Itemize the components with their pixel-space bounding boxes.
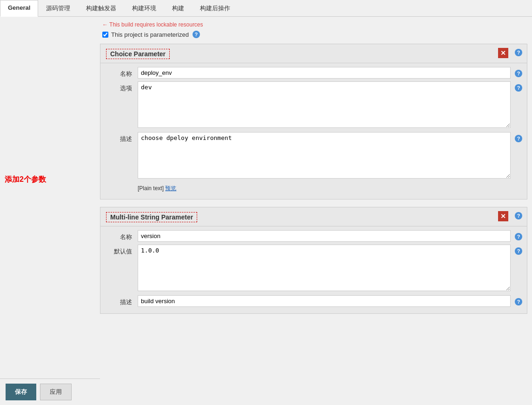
param1-options-textarea[interactable] <box>138 81 511 128</box>
param2-block: Multi-line String Parameter ✕ ? 名称 ? 默认值 <box>100 207 527 314</box>
param1-name-input[interactable] <box>138 67 511 79</box>
param2-default-input-wrap <box>138 245 511 292</box>
param1-preview-row: [Plain text] 预览 <box>100 183 527 195</box>
apply-button[interactable]: 应用 <box>40 384 72 400</box>
tab-source[interactable]: 源码管理 <box>38 0 78 17</box>
param2-name-row: 名称 ? <box>100 230 527 242</box>
param1-header: Choice Parameter ✕ ? <box>100 44 527 63</box>
param1-preview-link[interactable]: 预览 <box>165 185 176 192</box>
main-content: 添加2个参数 保存 应用 ← This build requires locka… <box>0 17 532 398</box>
tab-trigger[interactable]: 构建触发器 <box>78 0 124 17</box>
param2-default-label: 默认值 <box>100 245 138 256</box>
param1-options-label: 选项 <box>100 81 138 93</box>
right-panel: ← This build requires lockable resources… <box>100 17 532 398</box>
param1-title: Choice Parameter <box>106 49 170 59</box>
param2-default-help-icon[interactable]: ? <box>515 247 522 255</box>
param1-close-button[interactable]: ✕ <box>498 48 508 58</box>
parameterized-help-icon[interactable]: ? <box>193 31 200 38</box>
param2-close-button[interactable]: ✕ <box>498 211 508 221</box>
parameterized-row: This project is parameterized ? <box>100 31 527 38</box>
param1-preview-text: [Plain text] <box>138 185 164 192</box>
param2-name-input[interactable] <box>138 230 511 242</box>
param1-desc-input-wrap <box>138 132 511 180</box>
param2-desc-label: 描述 <box>100 295 138 306</box>
param1-desc-label: 描述 <box>100 132 138 143</box>
tab-build-env[interactable]: 构建环境 <box>124 0 164 17</box>
param2-desc-input-wrap <box>138 295 511 307</box>
param1-options-input-wrap <box>138 81 511 129</box>
annotation-text: 添加2个参数 <box>5 175 46 185</box>
param2-name-input-wrap <box>138 230 511 242</box>
param2-default-row: 默认值 ? <box>100 245 527 292</box>
param2-name-help-icon[interactable]: ? <box>515 233 522 240</box>
param1-body: 名称 ? 选项 ? 描述 <box>100 63 527 199</box>
param1-desc-textarea[interactable] <box>138 132 511 179</box>
parameterized-label: This project is parameterized <box>111 31 189 38</box>
param2-header: Multi-line String Parameter ✕ ? <box>100 207 527 226</box>
tab-post-build[interactable]: 构建后操作 <box>192 0 238 17</box>
param1-name-label: 名称 <box>100 67 138 78</box>
param2-default-textarea[interactable] <box>138 245 511 291</box>
notice-bar: ← This build requires lockable resources <box>100 21 527 28</box>
param2-body: 名称 ? 默认值 ? 描述 <box>100 226 527 313</box>
param2-desc-row: 描述 ? <box>100 295 527 307</box>
param1-name-input-wrap <box>138 67 511 79</box>
bottom-bar: 保存 应用 <box>0 378 100 405</box>
param2-desc-help-icon[interactable]: ? <box>515 298 522 305</box>
parameterized-checkbox[interactable] <box>102 32 108 38</box>
param1-name-help-icon[interactable]: ? <box>515 70 522 77</box>
tab-general[interactable]: General <box>0 0 38 17</box>
param1-options-row: 选项 ? <box>100 81 527 129</box>
param1-desc-help-icon[interactable]: ? <box>515 135 522 142</box>
save-button[interactable]: 保存 <box>6 384 36 400</box>
param1-header-help-icon[interactable]: ? <box>515 49 522 56</box>
param1-name-row: 名称 ? <box>100 67 527 79</box>
left-panel: 添加2个参数 保存 应用 <box>0 17 100 398</box>
param1-block: Choice Parameter ✕ ? 名称 ? 选项 <box>100 44 527 199</box>
tab-bar: General 源码管理 构建触发器 构建环境 构建 构建后操作 <box>0 0 532 17</box>
tab-build[interactable]: 构建 <box>164 0 192 17</box>
param2-name-label: 名称 <box>100 230 138 241</box>
param2-header-help-icon[interactable]: ? <box>515 212 522 219</box>
param2-title: Multi-line String Parameter <box>106 212 197 222</box>
param1-desc-row: 描述 ? <box>100 132 527 180</box>
param1-options-help-icon[interactable]: ? <box>515 84 522 92</box>
param2-desc-input[interactable] <box>138 295 511 307</box>
